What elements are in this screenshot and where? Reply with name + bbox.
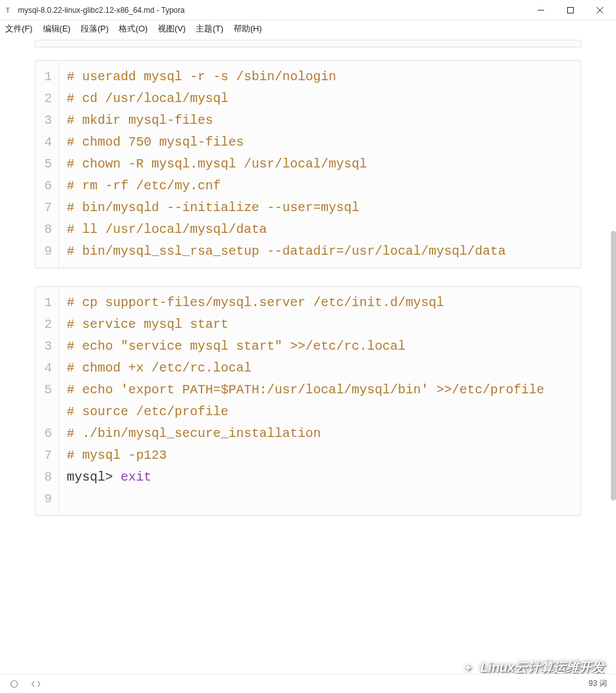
menu-edit[interactable]: 编辑(E) [43, 23, 71, 35]
svg-rect-1 [568, 7, 574, 13]
menu-help[interactable]: 帮助(H) [234, 23, 262, 35]
minimize-button[interactable] [526, 0, 556, 21]
code-block-1[interactable]: 123456789 # useradd mysql -r -s /sbin/no… [35, 60, 581, 268]
window-title: mysql-8.0.22-linux-glibc2.12-x86_64.md -… [18, 6, 526, 15]
window-controls [526, 0, 615, 21]
word-count[interactable]: 93 词 [588, 678, 607, 689]
code-line[interactable]: # ./bin/mysql_secure_installation [67, 423, 572, 445]
collapsed-block[interactable] [35, 40, 581, 47]
menubar: 文件(F) 编辑(E) 段落(P) 格式(O) 视图(V) 主题(T) 帮助(H… [0, 21, 616, 37]
code-block-2[interactable]: 12345 6789 # cp support-files/mysql.serv… [35, 286, 581, 516]
code-line[interactable]: # service mysql start [67, 314, 572, 336]
menu-format[interactable]: 格式(O) [119, 23, 148, 35]
code-line[interactable]: # bin/mysqld --initialize --user=mysql [67, 197, 572, 219]
menu-paragraph[interactable]: 段落(P) [81, 23, 108, 35]
titlebar: T mysql-8.0.22-linux-glibc2.12-x86_64.md… [0, 0, 616, 21]
sidebar-toggle-icon[interactable] [9, 679, 19, 689]
code-line[interactable]: # chmod +x /etc/rc.local [67, 357, 572, 379]
code-line[interactable]: # ll /usr/local/mysql/data [67, 219, 572, 241]
source-mode-icon[interactable] [31, 679, 41, 689]
code-line[interactable]: # mysql -p123 [67, 445, 572, 466]
code-line[interactable]: # source /etc/profile [67, 401, 572, 423]
code-line[interactable]: # echo 'export PATH=$PATH:/usr/local/mys… [67, 379, 572, 401]
statusbar: 93 词 [0, 674, 616, 693]
code-lines[interactable]: # cp support-files/mysql.server /etc/ini… [59, 287, 581, 515]
close-button[interactable] [585, 0, 615, 21]
menu-theme[interactable]: 主题(T) [196, 23, 223, 35]
svg-point-4 [11, 680, 18, 687]
menu-view[interactable]: 视图(V) [158, 23, 185, 35]
scrollbar-thumb[interactable] [611, 231, 616, 501]
code-line[interactable]: # bin/mysql_ssl_rsa_setup --datadir=/usr… [67, 241, 572, 262]
line-gutter: 12345 6789 [35, 287, 59, 515]
code-line[interactable]: # useradd mysql -r -s /sbin/nologin [67, 66, 572, 88]
code-line[interactable]: # chown -R mysql.mysql /usr/local/mysql [67, 153, 572, 175]
maximize-button[interactable] [556, 0, 585, 21]
code-line[interactable]: # cp support-files/mysql.server /etc/ini… [67, 292, 572, 314]
code-line[interactable]: mysql> exit [67, 466, 572, 488]
code-line[interactable]: # rm -rf /etc/my.cnf [67, 175, 572, 197]
code-line[interactable]: # chmod 750 mysql-files [67, 132, 572, 153]
menu-file[interactable]: 文件(F) [5, 23, 33, 35]
code-line[interactable]: # cd /usr/local/mysql [67, 88, 572, 110]
app-icon: T [1, 4, 14, 17]
editor-content[interactable]: 123456789 # useradd mysql -r -s /sbin/no… [0, 37, 616, 674]
code-line[interactable]: # mkdir mysql-files [67, 110, 572, 132]
code-lines[interactable]: # useradd mysql -r -s /sbin/nologin# cd … [59, 61, 581, 268]
code-line[interactable]: # echo "service mysql start" >>/etc/rc.l… [67, 336, 572, 357]
line-gutter: 123456789 [35, 61, 59, 268]
